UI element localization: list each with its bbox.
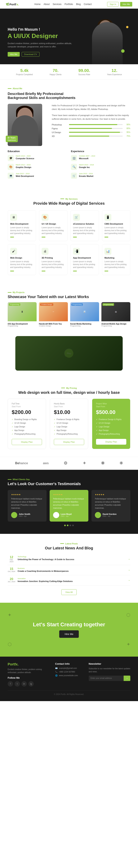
testi-role-1: CEO - xyz <box>61 515 72 517</box>
blog-arrow-2[interactable]: → <box>128 579 130 582</box>
dot-1[interactable] <box>67 525 68 526</box>
newsletter-title: Newsletter <box>89 662 131 665</box>
footer-grid: Portfx. Excited creative thinker, proble… <box>8 662 130 686</box>
marketing-icon: 📊 <box>104 248 111 255</box>
hero-text: Hello I'm Masum ! A UI/UX Designer Excit… <box>8 27 73 64</box>
cta-deco-right-1: ⬡ <box>8 642 12 647</box>
edu-icon-0: 🎓 <box>8 155 14 161</box>
plan-2-btn[interactable]: Display Plan <box>96 439 126 445</box>
testi-stars-2: ★★★★★ <box>95 493 127 496</box>
view-all-button[interactable]: View All <box>61 589 77 595</box>
testi-card-0: ★★★★★ Pellentesque habitant morbi tristi… <box>8 490 46 522</box>
dot-3[interactable] <box>72 525 74 526</box>
web-design-icon: 🖌 <box>10 248 17 255</box>
cta-section: ✦ ⬡ Let's Start Creating together Hire M… <box>0 603 138 657</box>
footer-socials: f t in ig <box>8 681 49 686</box>
service-2-desc: Lorem ipsum is simply dummy text of the … <box>73 226 96 235</box>
follow-title: Follow Me <box>8 676 49 679</box>
service-4-name: Web Design <box>10 257 34 259</box>
app-dev-icon: 📲 <box>73 248 80 255</box>
dot-0[interactable] <box>64 525 66 526</box>
social-instagram[interactable]: ig <box>28 681 34 686</box>
exp-item-0: 🏢 October 2007 – 2010 Microsoft <box>71 155 130 161</box>
about-image-wrap: 8+ Years Experience <box>8 104 46 146</box>
plan-0-btn[interactable]: Display Plan <box>12 439 42 445</box>
newsletter-submit-button[interactable]: → <box>124 676 130 681</box>
video-section: Play <box>15 336 123 371</box>
cta-deco-left-1: ✦ <box>8 612 11 618</box>
stat-projects-number: 5.4k <box>16 68 33 73</box>
plan-1-from: Start From <box>54 405 84 408</box>
portfolio-tag-0: Programming <box>9 303 20 306</box>
stat-experience: 12. Years Experience <box>107 68 122 75</box>
portfolio-item-0[interactable]: Programming 📱 iOS App Development Progra… <box>8 302 37 329</box>
hero-download-button[interactable]: Download CV <box>22 52 39 57</box>
pricing-plan-0: Full Time Start From $200.00 Branding De… <box>8 399 46 449</box>
plan-1-btn[interactable]: Display Plan <box>54 439 84 445</box>
plan-0-type: Full Time <box>12 403 42 405</box>
footer-contact-col: Contact Info 📧 example@gmail.com 📞 +880 … <box>55 662 83 686</box>
portfolio-section: My Projects Showcase Your Talent with ou… <box>0 283 138 336</box>
skills-list: Photoshop 90% Figma 80% UI Design 95% XD <box>52 124 130 137</box>
service-1-name: UI / UX Design <box>42 223 65 225</box>
blog-section: Latest Posts Our Latest News And Blog 12… <box>0 534 138 603</box>
email-icon: 📧 <box>55 667 58 669</box>
sign-in-button[interactable]: Sign In <box>107 2 118 6</box>
newsletter-email-input[interactable] <box>89 676 124 681</box>
nav-services[interactable]: Services <box>53 3 62 6</box>
skill-ui-design: UI Design 95% <box>52 131 130 133</box>
cta-hire-button[interactable]: Hire Me <box>59 630 79 638</box>
testi-name-1: Leon Boyd <box>61 513 72 515</box>
blog-arrow-1[interactable]: → <box>128 568 130 571</box>
blog-arrow-0[interactable]: → <box>128 558 130 561</box>
service-7: 📊 Marketing Lorem ipsum is simply dummy … <box>102 244 130 275</box>
portfolio-item-3[interactable]: Programming 🤖 Android Mobile App Design … <box>101 302 130 329</box>
nav-about[interactable]: About <box>43 3 49 6</box>
printing-icon: 🖨 <box>42 248 48 255</box>
stat-clients-number: 70. <box>49 68 62 73</box>
service-1-desc: Lorem ipsum is simply dummy text of the … <box>42 226 65 235</box>
about-desc-2: There have been variations of paragraph … <box>52 114 130 121</box>
brands-section: Behance aws ⚙ ✦ ❋ ❈ <box>0 457 138 470</box>
portfolio-title: Showcase Your Talent with our Latest Wor… <box>8 294 130 299</box>
testi-text-2: Pellentesque habitant morbi tristique se… <box>95 497 127 510</box>
exp-item-1: 🔍 March 2010 – 2018 Google Inc <box>71 164 130 170</box>
testimonials-title: Let's Look Our Customer's Testimonials <box>8 482 130 486</box>
blog-label: Latest Posts <box>60 542 78 545</box>
cta-title: Let's Start Creating together <box>8 621 130 628</box>
about-badge: 8+ Years Experience <box>6 135 18 142</box>
services-title: Provide Wide Range of Digital Services <box>8 201 130 206</box>
services-grid: 🖥 Web Development Lorem ipsum is simply … <box>8 210 130 275</box>
social-facebook[interactable]: f <box>8 681 13 686</box>
nav-blog[interactable]: Blog <box>76 3 81 6</box>
plan-1-type: Hourly Basis <box>54 403 84 405</box>
pricing-label: My Pricing <box>61 387 77 389</box>
portfolio-item-1[interactable]: Creative Design ✂ Handcraft With From Yo… <box>39 302 68 329</box>
service-3-name: CMS Development <box>104 223 128 225</box>
dot-2[interactable] <box>70 525 71 526</box>
portfolio-item-2[interactable]: Programming 📊 Social Media Marketing Pro… <box>70 302 99 329</box>
edu-icon-1: 🎨 <box>8 164 14 170</box>
hero-hire-button[interactable]: Hire Me <box>8 52 20 57</box>
service-3-desc: Lorem ipsum is simply dummy text of the … <box>104 226 128 235</box>
cta-deco-right-2: ✦ <box>127 642 130 647</box>
services-section: My Services Provide Wide Range of Digita… <box>0 189 138 283</box>
experience-column: Experience 🏢 October 2007 – 2010 Microso… <box>71 150 130 182</box>
nav-portfolio[interactable]: Portfolio <box>65 3 73 6</box>
nav-logo[interactable]: 🌿 Portfx. <box>6 3 19 6</box>
plan-1-features: Freelance Design & Rights UI UX Design L… <box>54 417 84 436</box>
brand-behance: Behance <box>15 462 28 465</box>
hero-image <box>88 18 130 64</box>
nav-home[interactable]: Home <box>34 3 40 6</box>
portfolio-img-0: Programming 📱 <box>8 302 37 321</box>
blog-date-2: 20 Jun, 2024 <box>8 578 15 583</box>
social-twitter[interactable]: t <box>14 681 20 686</box>
plan-2-amount: $500.00 <box>96 409 126 415</box>
social-linkedin[interactable]: in <box>22 681 27 686</box>
blog-date-0: 12 Feb, 2024 <box>8 556 15 563</box>
web-dev-icon: 🖥 <box>10 214 17 221</box>
stats-section: 5.4k Projects Completed 70. Happy Client… <box>0 64 138 80</box>
hire-me-nav-button[interactable]: Hire Me <box>120 2 132 6</box>
service-6-name: App Development <box>73 257 96 259</box>
nav-contact[interactable]: Contact <box>84 3 92 6</box>
